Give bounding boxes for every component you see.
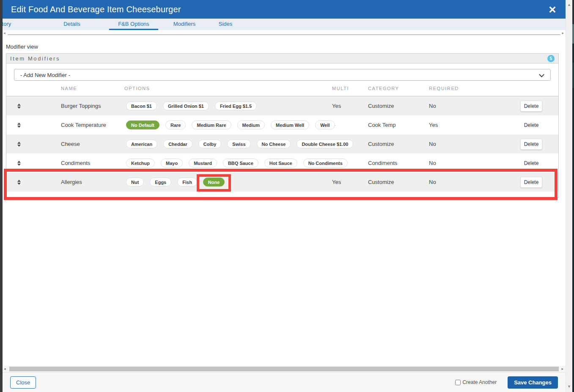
delete-button[interactable]: Delete: [520, 101, 542, 112]
modal-title: Edit Food And Beverage Item Cheeseburger: [11, 0, 181, 19]
column-header-name: NAME: [32, 86, 124, 91]
required-value: No: [429, 160, 520, 166]
triangle-down: [17, 145, 21, 147]
background-page-left-edge: [0, 0, 3, 392]
column-header-required: REQUIRED: [429, 86, 520, 91]
tab-f-b-options[interactable]: F&B Options: [118, 19, 149, 30]
delete-cell: Delete: [520, 158, 558, 169]
delete-button[interactable]: Delete: [520, 177, 542, 188]
triangle-up: [17, 123, 21, 125]
edit-item-modal: Edit Food And Beverage Item Cheeseburger…: [3, 0, 566, 392]
tab-horizontal-scrollbar[interactable]: ◂ ▸: [3, 30, 566, 36]
tab-bar: DetailsF&B OptionsModifiersSidesHistory: [3, 19, 566, 30]
column-header-category: CATEGORY: [368, 86, 429, 91]
drag-handle-icon[interactable]: [16, 140, 22, 148]
drag-handle-icon[interactable]: [16, 121, 22, 129]
create-another-label: Create Another: [462, 379, 497, 385]
tab-sides[interactable]: Sides: [219, 19, 233, 30]
table-row: Cook TemperatureNo DefaultRareMedium Rar…: [6, 115, 558, 134]
option-chip[interactable]: No Condiments: [303, 159, 348, 167]
required-value: Yes: [429, 122, 520, 128]
table-row: AllergiesNutEggsFishNoneYesCustomizeNoDe…: [6, 173, 558, 192]
item-modifiers-panel-header: Item Modifiers 5: [6, 53, 559, 63]
scroll-right-icon[interactable]: ▸: [562, 30, 564, 36]
triangle-down: [17, 183, 21, 185]
option-chip[interactable]: Eggs: [150, 178, 171, 186]
option-chip[interactable]: Hot Sauce: [264, 159, 297, 167]
delete-button[interactable]: Delete: [520, 120, 542, 131]
option-chip[interactable]: No Default: [126, 121, 159, 129]
table-row: CheeseAmericanCheddarColbySwissNo Cheese…: [6, 134, 558, 154]
option-chip[interactable]: Mustard: [189, 159, 217, 167]
scroll-left-icon[interactable]: ◂: [3, 30, 5, 36]
table-row: Burger ToppingsBacon $1Grilled Onion $1F…: [6, 96, 558, 115]
modifier-name: Allergies: [32, 179, 124, 185]
drag-handle-icon[interactable]: [16, 159, 22, 167]
option-chip[interactable]: Grilled Onion $1: [163, 101, 209, 110]
drag-handle-icon[interactable]: [16, 178, 22, 186]
option-chip[interactable]: Rare: [165, 121, 186, 129]
close-icon[interactable]: ✕: [546, 3, 559, 16]
option-chip[interactable]: No Cheese: [257, 140, 291, 148]
option-chip[interactable]: Nut: [126, 178, 144, 186]
item-modifiers-panel-body: - Add New Modifier - NAME OPTIONS MULTI …: [6, 63, 559, 198]
table-row: CondimentsKetchupMayoMustardBBQ SauceHot…: [6, 154, 558, 173]
column-header-options: OPTIONS: [124, 86, 332, 91]
modifier-view-label: Modifier view: [6, 44, 566, 50]
annotation-box-chip: [197, 174, 231, 192]
save-changes-button[interactable]: Save Changes: [508, 376, 558, 389]
triangle-down: [17, 164, 21, 166]
triangle-up: [17, 180, 21, 182]
delete-button[interactable]: Delete: [520, 139, 542, 150]
options-cell: AmericanCheddarColbySwissNo CheeseDouble…: [124, 140, 332, 148]
triangle-up: [17, 104, 21, 106]
horizontal-scrollbar-thumb[interactable]: [9, 367, 559, 371]
tab-modifiers[interactable]: Modifiers: [173, 19, 196, 30]
scroll-right-icon[interactable]: ▸: [561, 366, 563, 372]
option-chip[interactable]: Colby: [198, 140, 222, 148]
tab-details[interactable]: Details: [63, 19, 80, 30]
add-new-modifier-select[interactable]: - Add New Modifier -: [14, 69, 551, 81]
modifier-count-badge: 5: [547, 55, 555, 62]
option-chip[interactable]: None: [203, 178, 225, 186]
delete-cell: Delete: [520, 101, 558, 112]
option-chip[interactable]: Medium Rare: [192, 121, 231, 129]
required-value: No: [429, 141, 520, 147]
option-chip[interactable]: Cheddar: [163, 140, 192, 148]
chevron-down-icon: [539, 72, 544, 77]
modal-header: Edit Food And Beverage Item Cheeseburger…: [3, 0, 566, 19]
required-value: No: [429, 179, 520, 185]
option-chip[interactable]: Medium Well: [271, 121, 309, 129]
option-chip[interactable]: Swiss: [227, 140, 250, 148]
create-another-checkbox[interactable]: [455, 380, 461, 385]
drag-handle-cell: [6, 102, 32, 110]
drag-handle-icon[interactable]: [16, 102, 22, 110]
option-chip[interactable]: Medium: [237, 121, 265, 129]
close-button[interactable]: Close: [10, 376, 36, 389]
option-chip[interactable]: Double Cheese $1.00: [297, 140, 353, 148]
delete-button[interactable]: Delete: [520, 158, 542, 169]
tab-scrollbar-track[interactable]: [8, 34, 560, 35]
option-chip[interactable]: Well: [315, 121, 335, 129]
option-chip[interactable]: Bacon $1: [126, 101, 157, 110]
option-chip[interactable]: Fried Egg $1.5: [215, 101, 257, 110]
delete-cell: Delete: [520, 177, 558, 188]
footer-right-group: Create Another Save Changes: [455, 376, 558, 389]
horizontal-scrollbar[interactable]: ◂ ▸: [3, 366, 566, 372]
modal-content: Modifier view Item Modifiers 5 - Add New…: [3, 36, 566, 366]
scroll-left-icon[interactable]: ◂: [4, 366, 6, 372]
option-chip[interactable]: Mayo: [161, 159, 183, 167]
item-modifiers-panel: Item Modifiers 5 - Add New Modifier - NA…: [6, 53, 559, 198]
option-chip[interactable]: American: [126, 140, 157, 148]
scroll-up-icon[interactable]: ▲: [566, 3, 572, 7]
options-cell: Bacon $1Grilled Onion $1Fried Egg $1.5: [124, 101, 332, 110]
vertical-scrollbar[interactable]: ▲ ▼: [566, 0, 572, 392]
create-another-group: Create Another: [455, 379, 497, 385]
options-cell: KetchupMayoMustardBBQ SauceHot SauceNo C…: [124, 159, 332, 167]
modifier-table-body: Burger ToppingsBacon $1Grilled Onion $1F…: [6, 96, 558, 192]
modifier-name: Burger Toppings: [32, 103, 124, 109]
option-chip[interactable]: BBQ Sauce: [223, 159, 258, 167]
option-chip[interactable]: Fish: [177, 178, 197, 186]
scroll-down-icon[interactable]: ▼: [566, 384, 572, 389]
option-chip[interactable]: Ketchup: [126, 159, 155, 167]
